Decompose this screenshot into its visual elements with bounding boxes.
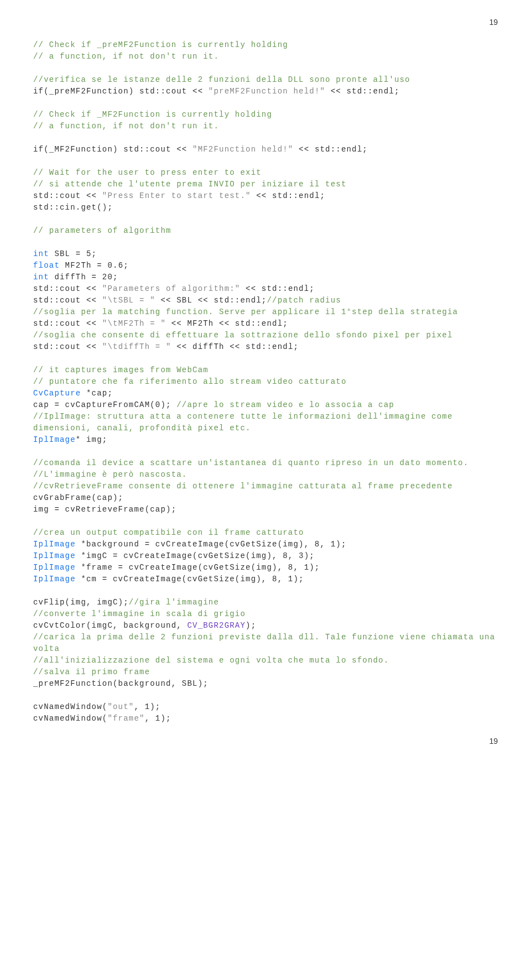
constant: CV_BGR2GRAY bbox=[187, 621, 246, 630]
code-text: std::cout << bbox=[33, 319, 102, 328]
code-text: << std::endl; bbox=[325, 87, 399, 96]
comment-line: // a function, if not don't run it. bbox=[33, 52, 219, 61]
comment-line: //carica la prima delle 2 funzioni previ… bbox=[33, 633, 501, 653]
comment-line: // parameters of algorithm bbox=[33, 226, 171, 235]
code-text: cvNamedWindow( bbox=[33, 714, 107, 723]
code-text: * img; bbox=[76, 435, 108, 444]
comment-line: // it captures images from WebCam bbox=[33, 366, 209, 374]
type-name: IplImage bbox=[33, 540, 76, 549]
code-text: ); bbox=[246, 621, 256, 630]
code-text: _preMF2Function(background, SBL); bbox=[33, 679, 209, 688]
code-text: std::cin.get(); bbox=[33, 203, 113, 212]
page-number-top: 19 bbox=[33, 17, 498, 28]
comment-line: //cvRetrieveFrame consente di ottenere l… bbox=[33, 482, 453, 491]
type-name: IplImage bbox=[33, 563, 76, 572]
code-block: // Check if _preMF2Function is currently… bbox=[33, 39, 498, 724]
keyword: int bbox=[33, 273, 49, 282]
code-text: *imgC = cvCreateImage(cvGetSize(img), 8,… bbox=[76, 551, 315, 560]
code-text: *cap; bbox=[81, 389, 113, 398]
comment-line: //L'immagine è però nascosta. bbox=[33, 470, 187, 479]
code-text: << MF2Th << std::endl; bbox=[166, 319, 288, 328]
type-name: IplImage bbox=[33, 575, 76, 583]
type-name: IplImage bbox=[33, 435, 76, 444]
code-text: std::cout << bbox=[33, 296, 102, 305]
code-text: << std::endl; bbox=[240, 284, 314, 293]
string-literal: "frame" bbox=[107, 714, 144, 723]
code-text: img = cvRetrieveFrame(cap); bbox=[33, 505, 176, 514]
comment-inline: //gira l'immagine bbox=[129, 598, 219, 607]
comment-line: //IplImage: struttura atta a contenere t… bbox=[33, 412, 458, 432]
code-text: std::cout << bbox=[33, 284, 102, 293]
string-literal: "out" bbox=[107, 702, 134, 711]
string-literal: "Parameters of algorithm:" bbox=[102, 284, 241, 293]
string-literal: "\tMF2Th = " bbox=[102, 319, 166, 328]
keyword: int bbox=[33, 249, 49, 258]
comment-line: // puntatore che fa riferimento allo str… bbox=[33, 377, 346, 386]
keyword: float bbox=[33, 261, 60, 270]
code-text: MF2Th = 0.6; bbox=[60, 261, 129, 270]
comment-inline: //patch radius bbox=[267, 296, 341, 305]
comment-line: // Wait for the user to press enter to e… bbox=[33, 168, 262, 177]
code-text: *frame = cvCreateImage(cvGetSize(img), 8… bbox=[76, 563, 320, 572]
code-text: diffTh = 20; bbox=[49, 273, 118, 282]
comment-line: // si attende che l'utente prema INVIO p… bbox=[33, 180, 346, 189]
string-literal: "MF2Function held!" bbox=[192, 145, 293, 154]
code-text: *background = cvCreateImage(cvGetSize(im… bbox=[76, 540, 347, 549]
page-number-bottom: 19 bbox=[33, 736, 498, 747]
code-text: , 1); bbox=[134, 702, 160, 711]
comment-inline: //apre lo stream video e lo associa a ca… bbox=[176, 400, 394, 409]
code-text: << SBL << std::endl; bbox=[155, 296, 267, 305]
string-literal: "\tSBL = " bbox=[102, 296, 155, 305]
code-text: << diffTh << std::endl; bbox=[171, 342, 299, 351]
comment-line: // Check if _MF2Function is currently ho… bbox=[33, 110, 272, 119]
type-name: IplImage bbox=[33, 551, 76, 560]
comment-line: // Check if _preMF2Function is currently… bbox=[33, 40, 288, 49]
comment-line: //crea un output compatibile con il fram… bbox=[33, 528, 304, 537]
code-text: << std::endl; bbox=[293, 145, 367, 154]
comment-line: //all'inizializzazione del sistema e ogn… bbox=[33, 656, 389, 665]
code-text: if(_MF2Function) std::cout << bbox=[33, 145, 192, 154]
comment-line: //comanda il device a scattare un'istant… bbox=[33, 458, 468, 467]
string-literal: "preMF2Function held!" bbox=[209, 87, 325, 96]
code-text: cap = cvCaptureFromCAM(0); bbox=[33, 400, 176, 409]
comment-line: //salva il primo frame bbox=[33, 668, 150, 676]
code-text: << std::endl; bbox=[251, 191, 325, 200]
code-text: *cm = cvCreateImage(cvGetSize(img), 8, 1… bbox=[76, 575, 304, 583]
comment-line: // a function, if not don't run it. bbox=[33, 122, 219, 131]
comment-line: //verifica se le istanze delle 2 funzion… bbox=[33, 75, 410, 84]
code-text: , 1); bbox=[145, 714, 171, 723]
string-literal: "Press Enter to start test." bbox=[102, 191, 251, 200]
comment-line: //converte l'immagine in scala di grigio bbox=[33, 609, 246, 618]
page-container: 19 // Check if _preMF2Function is curren… bbox=[0, 0, 531, 764]
code-text: if(_preMF2Function) std::cout << bbox=[33, 87, 209, 96]
code-text: cvCvtColor(imgC, background, bbox=[33, 621, 187, 630]
code-text: std::cout << bbox=[33, 191, 102, 200]
comment-line: //soglia che consente di effettuare la s… bbox=[33, 331, 453, 340]
code-text: cvFlip(img, imgC); bbox=[33, 598, 129, 607]
code-text: cvNamedWindow( bbox=[33, 702, 107, 711]
code-text: SBL = 5; bbox=[49, 249, 97, 258]
comment-line: //soglia per la matching function. Serve… bbox=[33, 307, 458, 316]
type-name: CvCapture bbox=[33, 389, 81, 398]
string-literal: "\tdiffTh = " bbox=[102, 342, 171, 351]
code-text: cvGrabFrame(cap); bbox=[33, 493, 123, 502]
code-text: std::cout << bbox=[33, 342, 102, 351]
